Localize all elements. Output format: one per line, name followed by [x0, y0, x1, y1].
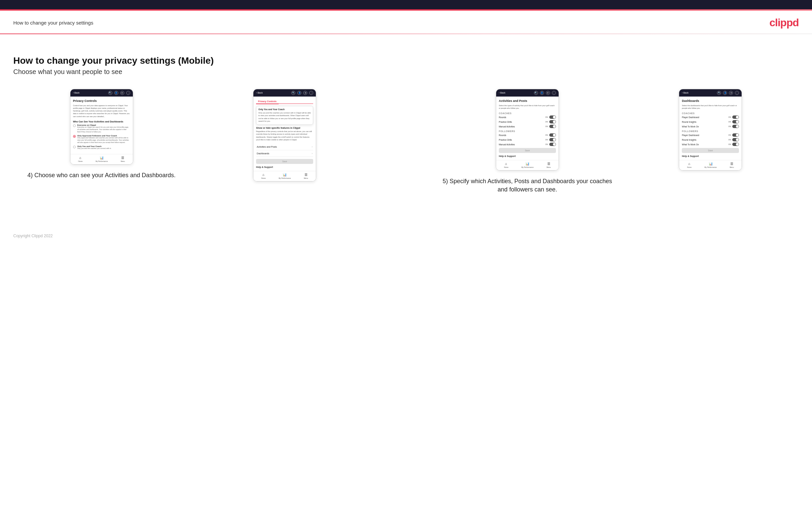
more-icon-1[interactable]: ⋮: [126, 91, 130, 95]
home-icon-1: ⌂: [80, 156, 81, 160]
arrow-row-activities[interactable]: Activities and Posts ›: [256, 144, 313, 150]
more-icon-4[interactable]: ⋮: [735, 91, 739, 95]
toggle-coaches-whattowork-switch[interactable]: [732, 125, 739, 128]
more-icon-3[interactable]: ⋮: [552, 91, 556, 95]
nav-menu-4[interactable]: ☰ Menu: [730, 162, 734, 168]
screens-row: ‹ Back 🔍 👤 ⚙ ⋮ Privacy Controls Control …: [13, 89, 799, 194]
nav-performance-4[interactable]: 📊 My Performance: [704, 162, 717, 168]
menu-icon-2: ☰: [305, 173, 308, 176]
followers-label-3: FOLLOWERS: [499, 130, 556, 132]
nav-home-label-3: Home: [504, 166, 508, 168]
on-label-f-practice: ON: [545, 139, 548, 141]
toggle-followers-manual: Manual Activities ON: [499, 143, 556, 146]
user-icon-1[interactable]: 👤: [114, 91, 118, 95]
save-button-3[interactable]: Save: [499, 148, 556, 153]
save-button-2[interactable]: Save: [256, 159, 313, 164]
arrow-row-dashboards[interactable]: Dashboards ›: [256, 150, 313, 157]
on-label-c-roundinsights: ON: [728, 121, 731, 123]
coaches-label-3: COACHES: [499, 112, 556, 114]
toggle-wrapper-followers-rounds: ON: [545, 133, 556, 137]
topbar-icons-3: 🔍 👤 ⚙ ⋮: [534, 91, 556, 95]
toggle-followers-player: Player Dashboard ON: [682, 133, 739, 137]
on-label-f-manual: ON: [545, 143, 548, 145]
phone-topbar-4: ‹ Back 🔍 👤 ⚙ ⋮: [679, 89, 742, 97]
clippd-logo: clippd: [769, 16, 799, 29]
toggle-label-coaches-rounds: Rounds: [499, 116, 506, 118]
back-label-4: Back: [683, 92, 689, 94]
toggle-label-coaches-manual: Manual Activities: [499, 125, 515, 128]
screen-title-4: Dashboards: [682, 99, 739, 103]
back-button-3[interactable]: ‹ Back: [499, 92, 505, 94]
info-section-title-2: Show or hide specific features in Clippd: [256, 127, 313, 129]
option-only-coach[interactable]: Only You and Your Coach Only you and the…: [73, 145, 130, 150]
option-approved[interactable]: Only Approved Followers and Your Coach O…: [73, 135, 130, 144]
caption-block-4: ‹ Back 🔍 👤 ⚙ ⋮ Dashboards Select the das…: [622, 89, 799, 171]
search-icon-2[interactable]: 🔍: [291, 91, 295, 95]
search-icon-4[interactable]: 🔍: [717, 91, 721, 95]
nav-performance-1[interactable]: 📊 My Performance: [96, 156, 108, 162]
save-button-4[interactable]: Save: [682, 148, 739, 153]
back-button-4[interactable]: ‹ Back: [682, 92, 689, 94]
nav-menu-2[interactable]: ☰ Menu: [304, 173, 308, 179]
user-icon-2[interactable]: 👤: [297, 91, 301, 95]
toggle-coaches-player-switch[interactable]: [732, 115, 739, 119]
option-desc-only-coach: Only you and the coaches you connect wit…: [78, 147, 111, 150]
settings-icon-1[interactable]: ⚙: [120, 91, 124, 95]
bottom-nav-3: ⌂ Home 📊 My Performance ☰ Menu: [496, 160, 559, 170]
nav-menu-label-1: Menu: [121, 160, 125, 162]
toggle-wrapper-followers-practice: ON: [545, 138, 556, 142]
settings-icon-2[interactable]: ⚙: [303, 91, 307, 95]
nav-menu-3[interactable]: ☰ Menu: [547, 162, 551, 168]
toggle-label-followers-whattowork: What To Work On: [682, 143, 699, 146]
radio-approved[interactable]: [73, 135, 76, 138]
nav-performance-2[interactable]: 📊 My Performance: [278, 173, 291, 179]
header-divider: [0, 34, 812, 34]
phone-screen-3: ‹ Back 🔍 👤 ⚙ ⋮ Activities and Posts Sele…: [496, 89, 559, 171]
toggle-followers-rounds-switch[interactable]: [549, 133, 556, 137]
nav-home-4[interactable]: ⌂ Home: [687, 162, 692, 168]
screen-body-text-1: Control how you and your data appears to…: [73, 104, 130, 118]
settings-icon-3[interactable]: ⚙: [546, 91, 550, 95]
back-button-2[interactable]: ‹ Back: [256, 92, 263, 94]
toggle-followers-manual-switch[interactable]: [549, 143, 556, 146]
toggle-coaches-manual-switch[interactable]: [549, 125, 556, 128]
toggle-followers-player-switch[interactable]: [732, 133, 739, 137]
on-label-c-manual: ON: [545, 125, 548, 127]
toggle-coaches-rounds-switch[interactable]: [549, 115, 556, 119]
search-icon-3[interactable]: 🔍: [534, 91, 538, 95]
tooltip-title-2: Only You and Your Coach: [258, 108, 311, 111]
option-everyone[interactable]: Everyone on Clippd Everyone on Clippd ca…: [73, 124, 130, 133]
on-label-f-roundinsights: ON: [728, 139, 731, 141]
option-desc-everyone: Everyone on Clippd can search for you an…: [78, 126, 130, 133]
toggle-wrapper-coaches-whattowork: ON: [728, 125, 739, 128]
nav-home-1[interactable]: ⌂ Home: [78, 156, 82, 162]
toggle-followers-practice-switch[interactable]: [549, 138, 556, 142]
search-icon-1[interactable]: 🔍: [108, 91, 112, 95]
nav-performance-3[interactable]: 📊 My Performance: [521, 162, 534, 168]
tab-privacy-controls[interactable]: Privacy Controls: [256, 99, 278, 104]
toggle-followers-whattowork-switch[interactable]: [732, 143, 739, 146]
topbar-icons-1: 🔍 👤 ⚙ ⋮: [108, 91, 130, 95]
toggle-coaches-practice-switch[interactable]: [549, 120, 556, 123]
back-label-2: Back: [257, 92, 263, 94]
nav-home-3[interactable]: ⌂ Home: [504, 162, 508, 168]
user-icon-3[interactable]: 👤: [540, 91, 544, 95]
option-desc-approved: Only approved followers and coaches you …: [78, 137, 130, 144]
phone-topbar-3: ‹ Back 🔍 👤 ⚙ ⋮: [496, 89, 559, 97]
radio-only-coach[interactable]: [73, 146, 76, 148]
followers-label-4: FOLLOWERS: [682, 130, 739, 132]
user-icon-4[interactable]: 👤: [723, 91, 727, 95]
screen-title-1: Privacy Controls: [73, 99, 130, 103]
nav-home-2[interactable]: ⌂ Home: [261, 173, 266, 179]
toggle-followers-roundinsights-switch[interactable]: [732, 138, 739, 142]
nav-menu-1[interactable]: ☰ Menu: [121, 156, 125, 162]
more-icon-2[interactable]: ⋮: [309, 91, 313, 95]
toggle-wrapper-coaches-manual: ON: [545, 125, 556, 128]
performance-icon-2: 📊: [283, 173, 287, 176]
back-button-1[interactable]: ‹ Back: [73, 92, 80, 94]
phone-topbar-1: ‹ Back 🔍 👤 ⚙ ⋮: [70, 89, 133, 97]
settings-icon-4[interactable]: ⚙: [729, 91, 733, 95]
radio-everyone[interactable]: [73, 124, 76, 127]
toggle-coaches-roundinsights-switch[interactable]: [732, 120, 739, 123]
home-icon-2: ⌂: [262, 173, 264, 176]
